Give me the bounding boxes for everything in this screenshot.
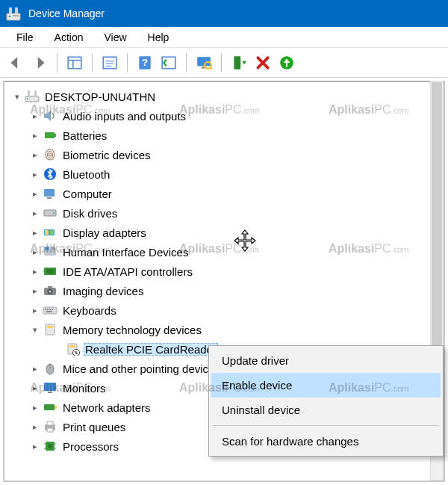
chevron-right-icon[interactable]: ▸ bbox=[30, 229, 40, 237]
chevron-right-icon[interactable]: ▸ bbox=[30, 248, 40, 256]
scan-monitor-button[interactable] bbox=[193, 52, 215, 74]
tree-item-keyboards[interactable]: ▸Keyboards bbox=[7, 300, 444, 320]
chevron-right-icon[interactable]: ▸ bbox=[30, 442, 40, 451]
tree-item-label: Monitors bbox=[61, 382, 108, 395]
update-driver-button[interactable] bbox=[276, 52, 298, 74]
tree-item-label: Print queues bbox=[61, 421, 127, 433]
ctx-enable-device[interactable]: Enable device bbox=[211, 373, 441, 398]
computer-icon bbox=[24, 89, 40, 104]
svg-rect-55 bbox=[47, 326, 53, 328]
svg-rect-53 bbox=[46, 311, 52, 312]
tree-root[interactable]: ▾ DESKTOP-UNU4THN bbox=[7, 87, 444, 106]
svg-rect-63 bbox=[44, 404, 55, 410]
chevron-down-icon[interactable]: ▾ bbox=[30, 326, 40, 334]
toolbar-separator bbox=[221, 53, 222, 72]
svg-point-34 bbox=[53, 212, 55, 214]
svg-rect-23 bbox=[34, 90, 37, 96]
chevron-right-icon[interactable]: ▸ bbox=[30, 268, 40, 276]
toolbar-separator bbox=[186, 53, 187, 72]
tree-item-label: Memory technology devices bbox=[61, 324, 203, 336]
display-adapter-icon bbox=[42, 225, 58, 240]
svg-rect-36 bbox=[45, 230, 49, 235]
chevron-right-icon[interactable]: ▸ bbox=[30, 384, 40, 392]
menu-action[interactable]: Action bbox=[44, 30, 94, 45]
svg-line-18 bbox=[211, 67, 212, 69]
menu-view[interactable]: View bbox=[93, 30, 137, 45]
network-adapter-icon bbox=[42, 400, 58, 415]
tree-item-computer[interactable]: ▸Computer bbox=[7, 184, 444, 203]
chevron-right-icon[interactable]: ▸ bbox=[30, 306, 40, 315]
tree-item-batteries[interactable]: ▸Batteries bbox=[7, 126, 444, 145]
svg-rect-4 bbox=[15, 7, 18, 13]
tree-item-biometric[interactable]: ▸Biometric devices bbox=[7, 145, 444, 164]
hid-icon bbox=[42, 244, 58, 259]
menu-bar: File Action View Help bbox=[0, 27, 448, 48]
action-view-button[interactable] bbox=[158, 52, 180, 74]
svg-rect-2 bbox=[13, 15, 19, 16]
svg-rect-0 bbox=[7, 13, 20, 20]
svg-rect-69 bbox=[48, 444, 52, 448]
printer-icon bbox=[42, 419, 58, 434]
tree-item-disk[interactable]: ▸Disk drives bbox=[7, 203, 444, 223]
svg-rect-50 bbox=[47, 309, 49, 310]
title-bar: Device Manager bbox=[0, 0, 448, 27]
tree-item-imaging[interactable]: ▸Imaging devices bbox=[7, 281, 444, 300]
chevron-right-icon[interactable]: ▸ bbox=[30, 151, 40, 159]
svg-point-46 bbox=[49, 291, 52, 293]
chevron-right-icon[interactable]: ▸ bbox=[30, 404, 40, 412]
enable-device-button[interactable] bbox=[228, 52, 250, 74]
tree-item-bluetooth[interactable]: ▸Bluetooth bbox=[7, 164, 444, 184]
uninstall-button[interactable] bbox=[252, 52, 274, 74]
tree-item-label: Display adapters bbox=[61, 226, 148, 239]
chevron-right-icon[interactable]: ▸ bbox=[30, 423, 40, 431]
svg-point-29 bbox=[49, 153, 52, 156]
help-button[interactable]: ? bbox=[134, 52, 156, 74]
scrollbar-thumb[interactable] bbox=[432, 82, 442, 366]
svg-rect-42 bbox=[46, 269, 54, 274]
tree-item-audio[interactable]: ▸Audio inputs and outputs bbox=[7, 106, 444, 126]
ctx-uninstall-device[interactable]: Uninstall device bbox=[211, 398, 441, 422]
tree-item-memory-tech[interactable]: ▾Memory technology devices bbox=[7, 320, 444, 339]
nav-back-button[interactable] bbox=[4, 52, 27, 74]
tree-item-label: Batteries bbox=[61, 129, 108, 142]
chevron-right-icon[interactable]: ▸ bbox=[30, 365, 40, 373]
chevron-down-icon[interactable]: ▾ bbox=[12, 93, 22, 101]
tree-item-label: Computer bbox=[61, 188, 113, 200]
chevron-right-icon[interactable]: ▸ bbox=[30, 132, 40, 140]
toolbar-separator bbox=[57, 53, 57, 72]
properties-button[interactable] bbox=[99, 52, 121, 74]
svg-text:?: ? bbox=[142, 57, 148, 68]
toolbar: ? bbox=[0, 48, 448, 78]
mouse-icon bbox=[42, 361, 58, 376]
show-hide-tree-button[interactable] bbox=[63, 52, 86, 74]
svg-rect-31 bbox=[44, 189, 55, 197]
ctx-scan-hardware[interactable]: Scan for hardware changes bbox=[211, 429, 441, 454]
tree-item-label: Keyboards bbox=[61, 304, 118, 317]
svg-rect-66 bbox=[47, 421, 53, 425]
window-title: Device Manager bbox=[28, 7, 105, 19]
tree-item-label: Disk drives bbox=[61, 207, 119, 220]
chevron-right-icon[interactable]: ▸ bbox=[30, 190, 40, 198]
nav-forward-button[interactable] bbox=[28, 52, 51, 74]
menu-help[interactable]: Help bbox=[137, 30, 180, 45]
tree-item-display[interactable]: ▸Display adapters bbox=[7, 223, 444, 242]
svg-rect-64 bbox=[55, 406, 57, 409]
tree-item-hid[interactable]: ▸Human Interface Devices bbox=[7, 242, 444, 262]
tree-item-label: Processors bbox=[61, 440, 120, 453]
fingerprint-icon bbox=[42, 147, 58, 162]
chevron-right-icon[interactable]: ▸ bbox=[30, 170, 40, 179]
chevron-right-icon[interactable]: ▸ bbox=[30, 209, 40, 217]
svg-rect-22 bbox=[28, 90, 30, 96]
ctx-update-driver[interactable]: Update driver bbox=[211, 348, 441, 373]
cpu-icon bbox=[42, 439, 58, 454]
svg-rect-62 bbox=[48, 392, 52, 393]
menu-file[interactable]: File bbox=[6, 30, 44, 45]
chevron-right-icon[interactable]: ▸ bbox=[30, 287, 40, 295]
chevron-right-icon[interactable]: ▸ bbox=[30, 112, 40, 120]
tree-item-ide[interactable]: ▸IDE ATA/ATAPI controllers bbox=[7, 262, 444, 281]
context-menu: Update driver Enable device Uninstall de… bbox=[208, 345, 444, 457]
svg-rect-38 bbox=[44, 250, 56, 256]
svg-point-28 bbox=[48, 152, 53, 158]
svg-rect-25 bbox=[45, 132, 55, 138]
keyboard-icon bbox=[42, 303, 58, 318]
